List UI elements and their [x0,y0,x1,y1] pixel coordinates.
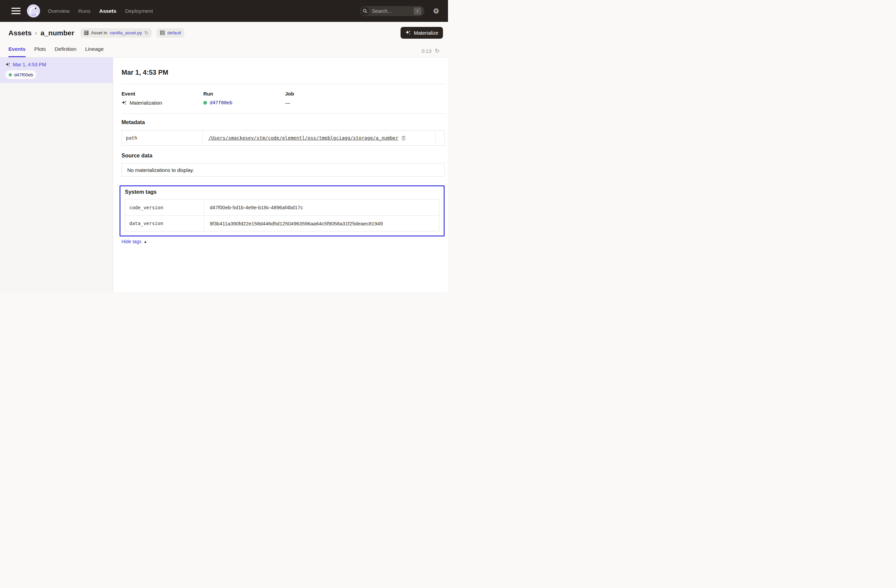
system-tags-highlight-box: System tags code_version d47f00eb-5d1b-4… [119,185,445,237]
run-id-link[interactable]: d47f00eb [210,100,232,105]
source-data-empty-state: No materializations to display. [122,163,445,176]
materialize-button[interactable]: Materialize [401,27,443,39]
page-title: a_number [40,29,74,37]
tab-plots[interactable]: Plots [34,46,46,57]
job-column-label: Job [285,91,445,97]
asset-file-link[interactable]: vanilla_asset.py [110,30,142,35]
divider [122,113,445,114]
source-data-heading: Source data [122,153,445,159]
tab-events[interactable]: Events [8,46,26,57]
tab-bar: Events Plots Definition Lineage 0:13 ↻ [0,42,448,58]
table-row: code_version d47f00eb-5d1b-4e9e-b18c-489… [125,199,439,215]
run-tag[interactable]: d47f00eb [5,70,37,79]
caret-up-icon: ▲ [143,240,147,243]
sparkle-icon [405,30,411,36]
breadcrumb: Assets › a_number Asset in vanilla_asset… [0,22,448,42]
hamburger-menu-icon[interactable] [11,8,21,14]
dagster-logo-icon[interactable] [27,4,40,18]
system-tag-key: data_version [125,216,204,231]
run-status-dot [9,73,12,76]
system-tags-table: code_version d47f00eb-5d1b-4e9e-b18c-489… [125,199,439,231]
run-id-label: d47f00eb [14,72,33,77]
metadata-table: path /Users/smackesey/stm/code/elementl/… [122,130,445,146]
system-tags-heading: System tags [125,189,439,195]
event-list-sidebar: Mar 1, 4:53 PM d47f00eb [0,58,113,292]
page-header: Assets › a_number Asset in vanilla_asset… [0,22,448,58]
repo-chip: default [157,28,184,38]
search-input[interactable]: Search... / [360,6,424,16]
hide-tags-link[interactable]: Hide tags ▲ [122,239,147,244]
table-row: path /Users/smackesey/stm/code/elementl/… [122,131,444,145]
event-timestamp-link[interactable]: Mar 1, 4:53 PM [13,62,46,67]
search-placeholder: Search... [372,8,414,14]
job-value: — [285,100,290,106]
system-tag-value: 9f3b411a390fd22e158d446d5d12504963596aa6… [204,221,439,226]
copy-icon[interactable] [401,135,406,141]
nav-item-assets[interactable]: Assets [99,8,116,14]
event-detail-title: Mar 1, 4:53 PM [122,68,445,76]
materialize-label: Materialize [414,30,438,36]
settings-gear-icon[interactable]: ⚙ [433,8,439,14]
tab-lineage[interactable]: Lineage [85,46,104,57]
refresh-icon[interactable]: ↻ [435,48,440,54]
nav-item-runs[interactable]: Runs [78,8,91,14]
system-tag-key: code_version [125,199,204,215]
event-detail-panel: Mar 1, 4:53 PM Event Materialization Run… [113,58,448,292]
run-column-label: Run [203,91,285,97]
metadata-path-link[interactable]: /Users/smackesey/stm/code/elementl/oss/t… [208,135,399,141]
refresh-countdown: 0:13 [422,48,431,54]
repo-link[interactable]: default [167,30,181,35]
primary-nav: Overview Runs Assets Deployment [48,8,153,14]
top-navbar: Overview Runs Assets Deployment Search..… [0,0,448,22]
breadcrumb-root[interactable]: Assets [8,29,32,37]
asset-grid-icon [84,30,89,35]
asset-definition-chip: Asset in vanilla_asset.py ↻ [81,28,152,38]
repo-icon [160,30,165,35]
event-column-label: Event [122,91,203,97]
search-icon [361,7,369,15]
reload-definition-icon[interactable]: ↻ [145,30,149,36]
nav-item-overview[interactable]: Overview [48,8,70,14]
materialization-sparkle-icon [122,100,127,106]
metadata-heading: Metadata [122,119,445,126]
asset-in-label: Asset in [91,30,107,35]
materialization-sparkle-icon [5,62,11,67]
hide-tags-label: Hide tags [122,239,142,244]
source-data-empty-message: No materializations to display. [127,167,194,173]
system-tag-value: d47f00eb-5d1b-4e9e-b18c-4896af4bd17c [204,205,439,210]
run-status-dot [203,101,207,105]
event-list-item[interactable]: Mar 1, 4:53 PM d47f00eb [0,58,113,83]
nav-item-deployment[interactable]: Deployment [125,8,153,14]
tab-definition[interactable]: Definition [55,46,76,57]
metadata-key: path [122,131,203,145]
breadcrumb-separator-icon: › [35,29,37,36]
table-row: data_version 9f3b411a390fd22e158d446d5d1… [125,215,439,231]
event-type-value: Materialization [130,100,162,106]
search-shortcut-key: / [414,8,421,15]
